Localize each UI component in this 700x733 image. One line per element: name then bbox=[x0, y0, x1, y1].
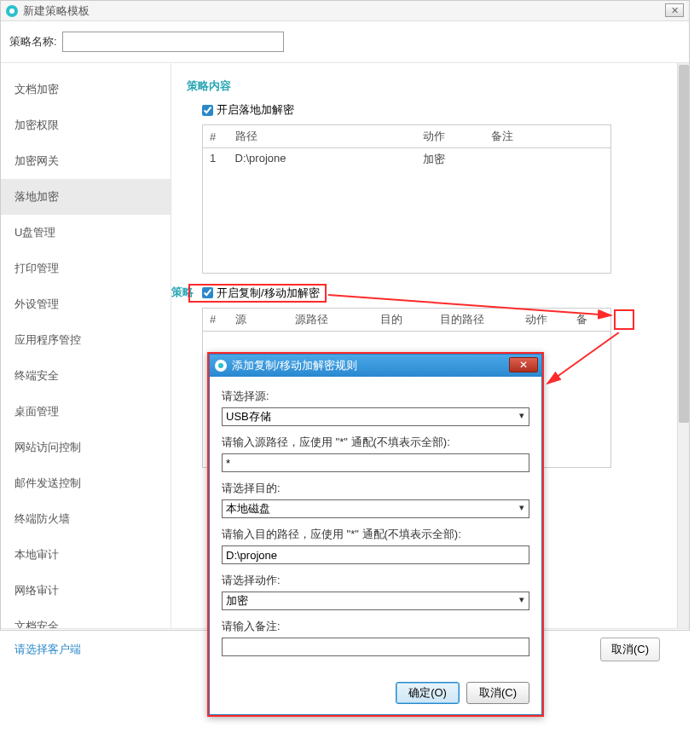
sidebar[interactable]: 文档加密加密权限加密网关落地加密U盘管理打印管理外设管理应用程序管控终端安全桌面… bbox=[1, 63, 171, 628]
scrollbar-thumb[interactable] bbox=[679, 65, 689, 423]
dialog-title: 添加复制/移动加解密规则 bbox=[232, 358, 357, 373]
sidebar-item-14[interactable]: 网络审计 bbox=[1, 573, 171, 609]
second-section-title: 策略 bbox=[171, 285, 194, 300]
th2-srcpath: 源路径 bbox=[288, 308, 373, 331]
th2-action: 动作 bbox=[518, 308, 570, 331]
select-client-link[interactable]: 请选择客户端 bbox=[14, 642, 81, 657]
th2-src: 源 bbox=[229, 308, 288, 331]
enable-landing-checkbox[interactable] bbox=[202, 105, 213, 116]
sidebar-item-4[interactable]: U盘管理 bbox=[1, 215, 171, 251]
source-select[interactable] bbox=[222, 407, 529, 426]
th-path: 路径 bbox=[229, 125, 416, 148]
source-path-label: 请输入源路径，应使用 "*" 通配(不填表示全部): bbox=[222, 435, 529, 450]
th2-dstpath: 目的路径 bbox=[433, 308, 518, 331]
enable-copymove-encryption-row[interactable]: 开启复制/移动加解密 bbox=[202, 286, 674, 301]
table-row[interactable]: 1 D:\projone 加密 bbox=[203, 148, 611, 171]
sidebar-item-0[interactable]: 文档加密 bbox=[1, 72, 171, 107]
window-title: 新建策略模板 bbox=[23, 3, 90, 19]
app-icon bbox=[6, 5, 18, 17]
close-icon[interactable]: ✕ bbox=[509, 357, 538, 372]
add-rule-dialog: 添加复制/移动加解密规则 ✕ 请选择源: 请输入源路径，应使用 "*" 通配(不… bbox=[207, 352, 544, 717]
sidebar-item-12[interactable]: 终端防火墙 bbox=[1, 501, 171, 537]
section-title: 策略内容 bbox=[187, 78, 674, 94]
sidebar-item-7[interactable]: 应用程序管控 bbox=[1, 322, 171, 358]
cancel-button[interactable]: 取消(C) bbox=[466, 682, 529, 704]
titlebar: 新建策略模板 ✕ bbox=[1, 1, 689, 21]
dest-label: 请选择目的: bbox=[222, 481, 529, 496]
enable-copymove-label: 开启复制/移动加解密 bbox=[217, 286, 320, 301]
th-idx: # bbox=[203, 125, 229, 148]
sidebar-item-8[interactable]: 终端安全 bbox=[1, 358, 171, 394]
sidebar-item-15[interactable]: 文档安全 bbox=[1, 609, 171, 628]
content-scrollbar[interactable] bbox=[677, 63, 689, 628]
source-path-input[interactable] bbox=[222, 453, 529, 472]
policy-name-input[interactable] bbox=[62, 32, 284, 52]
close-icon[interactable]: ✕ bbox=[665, 3, 684, 17]
enable-landing-label: 开启落地加解密 bbox=[217, 102, 294, 118]
sidebar-item-5[interactable]: 打印管理 bbox=[1, 251, 171, 286]
th2-dst: 目的 bbox=[373, 308, 433, 331]
ok-button[interactable]: 确定(O) bbox=[396, 682, 460, 704]
remark-label: 请输入备注: bbox=[222, 619, 529, 634]
th2-idx: # bbox=[203, 308, 229, 331]
th2-remark: 备 bbox=[570, 308, 611, 331]
source-label: 请选择源: bbox=[222, 389, 529, 404]
policy-name-label: 策略名称: bbox=[9, 34, 57, 49]
th-remark: 备注 bbox=[484, 125, 611, 148]
dest-path-input[interactable] bbox=[222, 545, 529, 564]
sidebar-item-13[interactable]: 本地审计 bbox=[1, 537, 171, 573]
landing-rules-table: # 路径 动作 备注 1 D:\projone 加密 bbox=[202, 124, 611, 274]
dialog-titlebar: 添加复制/移动加解密规则 ✕ bbox=[210, 355, 541, 377]
sidebar-item-11[interactable]: 邮件发送控制 bbox=[1, 465, 171, 501]
enable-copymove-checkbox[interactable] bbox=[202, 287, 213, 298]
action-label: 请选择动作: bbox=[222, 573, 529, 588]
th-action: 动作 bbox=[416, 125, 484, 148]
dialog-icon bbox=[215, 360, 227, 372]
sidebar-item-1[interactable]: 加密权限 bbox=[1, 107, 171, 143]
sidebar-item-3[interactable]: 落地加密 bbox=[1, 179, 171, 215]
sidebar-item-6[interactable]: 外设管理 bbox=[1, 286, 171, 322]
dest-select[interactable] bbox=[222, 499, 529, 518]
sidebar-item-9[interactable]: 桌面管理 bbox=[1, 394, 171, 430]
sidebar-item-2[interactable]: 加密网关 bbox=[1, 143, 171, 179]
cancel-button[interactable]: 取消(C) bbox=[600, 638, 660, 661]
dest-path-label: 请输入目的路径，应使用 "*" 通配(不填表示全部): bbox=[222, 527, 529, 542]
action-select[interactable] bbox=[222, 592, 529, 610]
sidebar-item-10[interactable]: 网站访问控制 bbox=[1, 430, 171, 465]
policy-name-row: 策略名称: bbox=[1, 21, 689, 63]
enable-landing-encryption-row[interactable]: 开启落地加解密 bbox=[202, 102, 674, 118]
remark-input[interactable] bbox=[222, 638, 529, 656]
